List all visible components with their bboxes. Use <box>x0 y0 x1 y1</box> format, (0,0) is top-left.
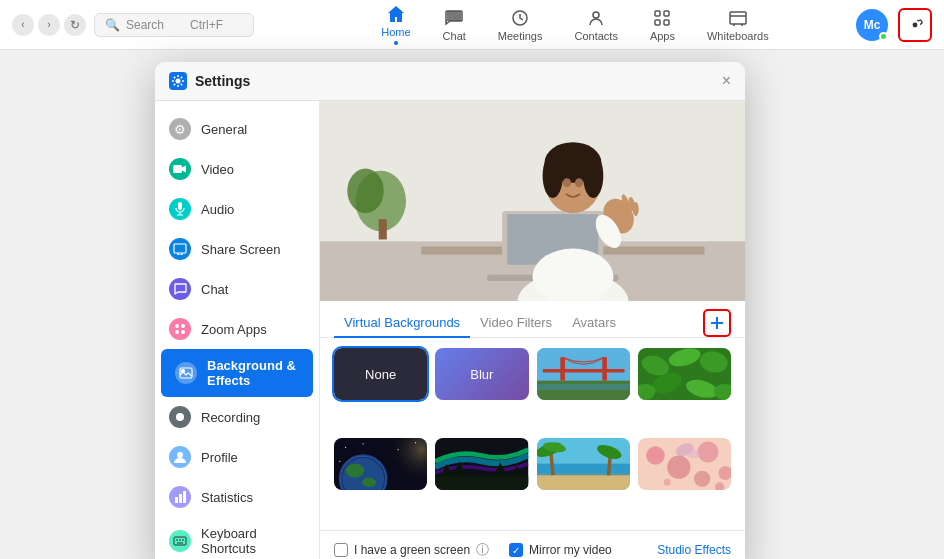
info-icon[interactable]: ⓘ <box>476 541 489 559</box>
sidebar-item-label-video: Video <box>201 162 234 177</box>
svg-point-16 <box>181 330 185 334</box>
tab-avatars-label: Avatars <box>572 315 616 330</box>
statistics-icon <box>169 486 191 508</box>
sidebar-item-label-profile: Profile <box>201 450 238 465</box>
svg-point-92 <box>667 455 690 478</box>
bg-item-none[interactable]: None <box>334 348 427 400</box>
sidebar-item-recording[interactable]: Recording <box>155 397 319 437</box>
nav-item-whiteboards[interactable]: Whiteboards <box>691 4 785 46</box>
green-screen-checkbox[interactable] <box>334 543 348 557</box>
nav-item-apps[interactable]: Apps <box>634 4 691 46</box>
nav-item-meetings[interactable]: Meetings <box>482 4 559 46</box>
chat-nav-icon <box>444 8 464 28</box>
sidebar-item-audio[interactable]: Audio <box>155 189 319 229</box>
share-screen-icon <box>169 238 191 260</box>
tab-avatars[interactable]: Avatars <box>562 309 626 338</box>
svg-rect-12 <box>174 244 186 253</box>
nav-back-buttons: ‹ › ↻ <box>12 14 86 36</box>
forward-button[interactable]: › <box>38 14 60 36</box>
svg-rect-74 <box>334 438 427 490</box>
tab-virtual-backgrounds-label: Virtual Backgrounds <box>344 315 460 330</box>
golden-gate-svg <box>537 348 630 400</box>
svg-rect-51 <box>542 369 624 372</box>
sidebar-item-label-background-effects: Background & Effects <box>207 358 299 388</box>
gear-button[interactable] <box>898 8 932 42</box>
nav-item-label-meetings: Meetings <box>498 30 543 42</box>
back-button[interactable]: ‹ <box>12 14 34 36</box>
profile-icon-svg <box>174 450 186 464</box>
sidebar-item-label-general: General <box>201 122 247 137</box>
svg-point-30 <box>347 169 383 214</box>
nav-item-contacts[interactable]: Contacts <box>558 4 633 46</box>
recording-icon <box>169 406 191 428</box>
svg-rect-3 <box>664 11 669 16</box>
svg-point-40 <box>543 153 563 198</box>
bg-bottom-bar: I have a green screen ⓘ ✓ Mirror my vide… <box>320 530 745 559</box>
sidebar-item-statistics[interactable]: Statistics <box>155 477 319 517</box>
sidebar-item-profile[interactable]: Profile <box>155 437 319 477</box>
sidebar-item-general[interactable]: ⚙ General <box>155 109 319 149</box>
svg-rect-53 <box>602 357 607 380</box>
bg-item-green-leaves[interactable] <box>638 348 731 400</box>
avatar[interactable]: Mc <box>856 9 888 41</box>
nav-item-chat[interactable]: Chat <box>427 4 482 46</box>
svg-point-20 <box>177 452 183 458</box>
svg-rect-52 <box>560 357 565 380</box>
keyboard-icon-svg <box>173 536 187 546</box>
sidebar-item-zoom-apps[interactable]: Zoom Apps <box>155 309 319 349</box>
bg-item-tropical[interactable] <box>537 438 630 490</box>
sidebar-item-background-effects[interactable]: Background & Effects <box>161 349 313 397</box>
gear-icon <box>907 17 923 33</box>
audio-icon <box>169 198 191 220</box>
sidebar-item-keyboard-shortcuts[interactable]: Keyboard Shortcuts <box>155 517 319 559</box>
share-icon-svg <box>173 243 187 255</box>
bg-item-blur[interactable]: Blur <box>435 348 528 400</box>
settings-dialog: Settings × ⚙ General Video <box>155 62 745 559</box>
audio-icon-svg <box>175 202 185 216</box>
bg-item-aurora[interactable] <box>435 438 528 490</box>
svg-rect-54 <box>537 384 630 390</box>
sidebar-item-share-screen[interactable]: Share Screen <box>155 229 319 269</box>
svg-rect-6 <box>730 12 746 24</box>
bg-item-golden-gate[interactable] <box>537 348 630 400</box>
sidebar-item-video[interactable]: Video <box>155 149 319 189</box>
nav-item-home[interactable]: Home <box>365 0 426 49</box>
bg-item-earth[interactable] <box>334 438 427 490</box>
svg-rect-9 <box>178 202 182 210</box>
green-screen-checkbox-container: I have a green screen ⓘ <box>334 541 489 559</box>
search-icon: 🔍 <box>105 18 120 32</box>
search-bar[interactable]: 🔍 Search Ctrl+F <box>94 13 254 37</box>
top-nav: ‹ › ↻ 🔍 Search Ctrl+F Home Chat Meetings <box>0 0 944 50</box>
active-indicator <box>394 41 398 45</box>
tab-video-filters[interactable]: Video Filters <box>470 309 562 338</box>
svg-rect-82 <box>537 473 630 490</box>
svg-rect-21 <box>175 497 178 503</box>
svg-point-98 <box>663 479 670 486</box>
svg-point-93 <box>697 441 718 462</box>
statistics-icon-svg <box>174 491 187 503</box>
svg-point-15 <box>175 330 179 334</box>
dialog-body: ⚙ General Video Audio <box>155 101 745 559</box>
svg-rect-50 <box>537 381 630 401</box>
add-background-button[interactable] <box>703 309 731 337</box>
sidebar-item-chat[interactable]: Chat <box>155 269 319 309</box>
bg-icon-svg <box>179 367 193 379</box>
mirror-checkbox[interactable]: ✓ <box>509 543 523 557</box>
video-preview <box>320 101 745 301</box>
aurora-svg <box>435 438 528 490</box>
tab-virtual-backgrounds[interactable]: Virtual Backgrounds <box>334 309 470 338</box>
sidebar-item-label-chat: Chat <box>201 282 228 297</box>
earth-svg <box>334 438 427 490</box>
bg-item-floral[interactable] <box>638 438 731 490</box>
svg-rect-8 <box>173 165 182 173</box>
studio-effects-link[interactable]: Studio Effects <box>657 543 731 557</box>
svg-rect-22 <box>179 494 182 503</box>
contacts-icon <box>586 8 606 28</box>
svg-rect-24 <box>174 537 186 545</box>
tab-video-filters-label: Video Filters <box>480 315 552 330</box>
chat-sidebar-icon <box>169 278 191 300</box>
dialog-close-button[interactable]: × <box>722 72 731 90</box>
preview-svg <box>320 101 745 301</box>
refresh-button[interactable]: ↻ <box>64 14 86 36</box>
floral-svg <box>638 438 731 490</box>
